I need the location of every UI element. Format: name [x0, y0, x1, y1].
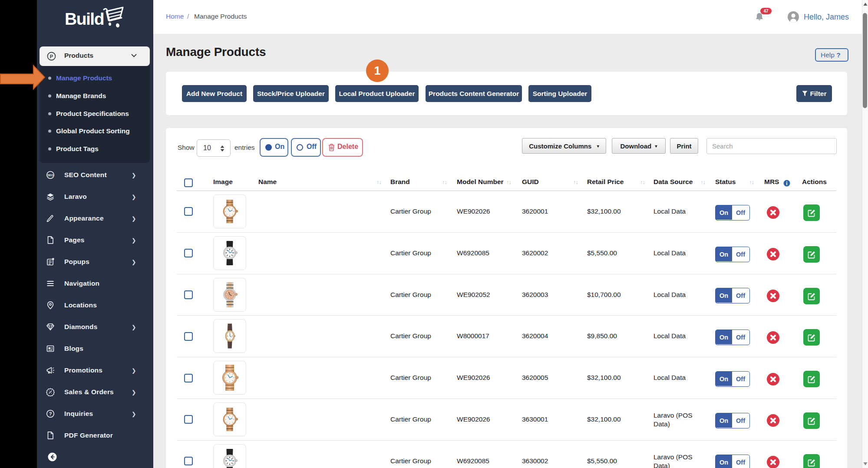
svg-text:P: P	[50, 54, 53, 59]
svg-text:SEO: SEO	[47, 174, 53, 177]
svg-text:Build: Build	[65, 10, 104, 28]
svg-text:?: ?	[49, 411, 52, 416]
